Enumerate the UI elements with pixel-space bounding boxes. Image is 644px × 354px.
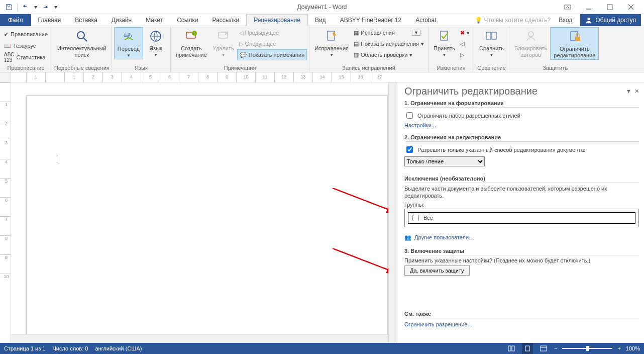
next-change-icon: ▷ <box>460 52 464 58</box>
svg-rect-25 <box>541 346 547 351</box>
undo-icon[interactable] <box>20 1 32 13</box>
tab-insert[interactable]: Вставка <box>68 14 104 26</box>
horizontal-scrollbar[interactable] <box>11 334 388 343</box>
limit-formatting-checkbox[interactable] <box>406 112 413 119</box>
zoom-in-icon[interactable]: + <box>617 345 620 351</box>
page <box>26 96 388 343</box>
see-also-heading: См. также <box>404 311 639 318</box>
reject-button[interactable]: ✖▾ <box>458 27 472 38</box>
document-area[interactable] <box>11 82 388 343</box>
list-icon: ▤ <box>354 41 359 47</box>
vertical-scrollbar[interactable] <box>388 82 397 343</box>
spelling-button[interactable]: ✔Правописание <box>2 29 50 40</box>
svg-point-17 <box>528 32 533 37</box>
tab-view[interactable]: Вид <box>308 14 333 26</box>
track-icon <box>324 28 340 44</box>
restrict-editing-icon <box>567 29 583 45</box>
save-icon[interactable] <box>3 1 15 13</box>
pane-close-icon[interactable]: ✕ <box>634 88 639 95</box>
status-words[interactable]: Число слов: 0 <box>52 345 88 351</box>
compare-button[interactable]: Сравнить▼ <box>476 27 507 58</box>
track-changes-button[interactable]: Исправления▼ <box>311 27 352 58</box>
tab-references[interactable]: Ссылки <box>170 14 205 26</box>
maximize-icon[interactable] <box>601 1 619 13</box>
section3-heading: 3. Включение защиты <box>404 248 639 255</box>
prev-comment-button[interactable]: ◁Предыдущее <box>237 27 307 38</box>
group-language: aあ Перевод▼ Язык▼ Язык <box>112 26 171 72</box>
restrict-editing-button[interactable]: Ограничить редактирование <box>550 27 599 60</box>
language-button[interactable]: Язык▼ <box>143 27 168 58</box>
reviewing-pane-button[interactable]: ▥Область проверки ▾ <box>352 49 426 60</box>
smart-lookup-button[interactable]: Интеллектуальный поиск <box>54 27 109 59</box>
dropdown-icon: ▦ <box>354 30 359 36</box>
tab-review[interactable]: Рецензирование <box>246 14 308 26</box>
horizontal-ruler[interactable]: 11234567891011121314151617 <box>0 72 644 82</box>
login-link[interactable]: Вход <box>555 17 576 24</box>
accept-icon <box>437 28 453 44</box>
zoom-slider[interactable] <box>562 348 612 349</box>
show-markup-button[interactable]: ▤Показать исправления ▾ <box>352 38 426 49</box>
more-users-link[interactable]: 👥 Другие пользователи... <box>404 233 639 242</box>
tab-design[interactable]: Дизайн <box>104 14 139 26</box>
tab-home[interactable]: Главная <box>31 14 68 26</box>
ribbon-display-icon[interactable] <box>559 1 577 13</box>
accept-button[interactable]: Принять▼ <box>431 27 458 58</box>
tab-abbyy[interactable]: ABBYY FineReader 12 <box>333 14 409 26</box>
translate-icon: aあ <box>121 29 137 45</box>
undo-dropdown-icon[interactable]: ▾ <box>33 1 39 13</box>
search-icon <box>74 28 90 44</box>
thesaurus-button[interactable]: 📖Тезаурус <box>2 40 38 51</box>
redo-icon[interactable] <box>40 1 52 13</box>
tell-me-search[interactable]: 💡 Что вы хотите сделать? <box>475 17 551 24</box>
group-all-checkbox[interactable] <box>412 215 419 221</box>
new-comment-button[interactable]: + Создать примечание <box>173 27 210 59</box>
delete-comment-button[interactable]: Удалить▼ <box>210 27 237 58</box>
pane-options-icon[interactable]: ▼ <box>626 88 631 95</box>
group-compare: Сравнить▼ Сравнение <box>474 26 509 72</box>
ribbon-tabs: Файл Главная Вставка Дизайн Макет Ссылки… <box>0 14 644 26</box>
next-comment-button[interactable]: ▷Следующее <box>237 38 307 49</box>
allow-editing-checkbox[interactable] <box>406 146 413 153</box>
editing-mode-select[interactable]: Только чтение <box>404 156 485 166</box>
minimize-icon[interactable] <box>580 1 598 13</box>
tell-me-label: Что вы хотите сделать? <box>484 17 551 24</box>
next-change-button[interactable]: ▷ <box>458 49 472 60</box>
group-all-label: Все <box>423 215 433 221</box>
zoom-level[interactable]: 100% <box>626 345 640 351</box>
share-button[interactable]: Общий доступ <box>580 14 641 26</box>
book-icon: 📖 <box>4 43 11 49</box>
markup-mode-dropdown[interactable]: ▦Исправления▼ <box>352 27 426 38</box>
allow-editing-label: Разрешить только указанный способ редакт… <box>417 147 585 153</box>
ruler-corner <box>0 72 11 82</box>
prev-change-button[interactable]: ◁ <box>458 38 472 49</box>
close-icon[interactable] <box>622 1 640 13</box>
qat-customize-icon[interactable]: ▾ <box>53 1 59 13</box>
restrict-permission-link[interactable]: Ограничить разрешение... <box>404 320 639 328</box>
group-changes: Принять▼ ✖▾ ◁ ▷ Изменения <box>428 26 474 72</box>
tab-mailings[interactable]: Рассылки <box>205 14 246 26</box>
tab-layout[interactable]: Макет <box>139 14 170 26</box>
status-language[interactable]: английский (США) <box>95 345 142 351</box>
zoom-out-icon[interactable]: − <box>554 345 557 351</box>
settings-link[interactable]: Настройки... <box>404 121 639 129</box>
translate-button[interactable]: aあ Перевод▼ <box>114 27 143 59</box>
print-layout-icon[interactable] <box>522 343 533 354</box>
main-area: 12345678910 Ограничить редактирование ▼ … <box>0 82 644 343</box>
file-tab[interactable]: Файл <box>0 14 31 26</box>
svg-line-6 <box>83 38 87 41</box>
svg-point-4 <box>588 17 590 20</box>
prev-icon: ◁ <box>239 30 243 36</box>
show-comments-button[interactable]: 💬Показать примечания <box>237 49 307 60</box>
svg-rect-22 <box>508 346 511 351</box>
start-protection-button[interactable]: Да, включить защиту <box>404 266 470 276</box>
stats-icon: ABC123 <box>4 52 15 63</box>
block-authors-button[interactable]: Блокировать авторов <box>511 27 550 59</box>
vertical-ruler[interactable]: 12345678910 <box>0 82 11 343</box>
group-compare-label: Сравнение <box>476 64 507 72</box>
statistics-button[interactable]: ABC123Статистика <box>2 52 47 63</box>
read-mode-icon[interactable] <box>506 343 517 354</box>
tab-acrobat[interactable]: Acrobat <box>408 14 443 26</box>
restrict-editing-pane: Ограничить редактирование ▼ ✕ 1. Огранич… <box>397 82 644 343</box>
web-layout-icon[interactable] <box>538 343 549 354</box>
status-page[interactable]: Страница 1 из 1 <box>4 345 45 351</box>
